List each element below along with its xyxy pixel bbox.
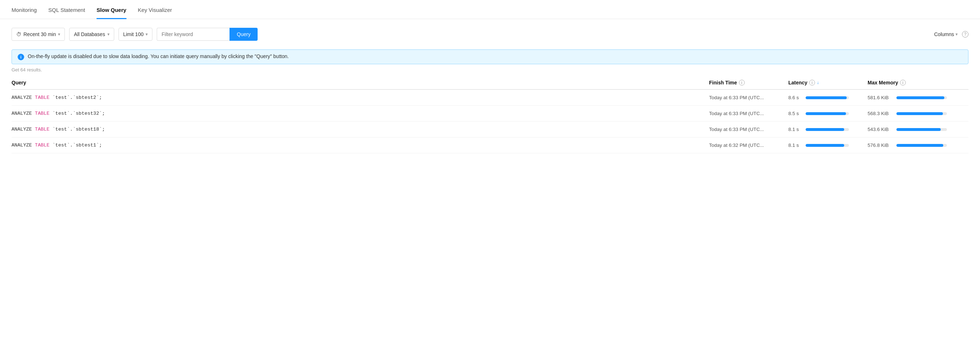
tab-key-visualizer[interactable]: Key Visualizer [138,0,172,19]
help-icon[interactable]: ? [962,31,969,38]
database-filter[interactable]: All Databases ▾ [69,28,114,41]
cell-finish-time-0: Today at 6:33 PM (UTC... [709,95,788,100]
info-banner: i On-the-fly update is disabled due to s… [11,50,969,64]
col-finish-time: Finish Time i [709,80,788,85]
tab-slow-query[interactable]: Slow Query [97,0,126,19]
kw-table: TABLE [35,142,50,148]
cell-latency-3: 8.1 s [788,142,868,148]
table-row[interactable]: ANALYZE TABLE `test`.`sbtest1`; Today at… [11,138,969,154]
main-content: ⏱ Recent 30 min ▾ All Databases ▾ Limit … [0,19,980,162]
cell-latency-2: 8.1 s [788,126,868,132]
kw-analyze: ANALYZE [11,142,35,148]
table-row[interactable]: ANALYZE TABLE `test`.`sbtest18`; Today a… [11,122,969,138]
cell-query-2: ANALYZE TABLE `test`.`sbtest18`; [11,126,709,132]
latency-sort-icon[interactable]: ↓ [817,80,819,85]
latency-bar-fill-3 [806,144,844,147]
cell-latency-1: 8.5 s [788,111,868,116]
cell-latency-0: 8.6 s [788,95,868,100]
memory-bar-fill-3 [896,144,943,147]
latency-value-2: 8.1 s [788,126,802,132]
cell-query-0: ANALYZE TABLE `test`.`sbtest2`; [11,95,709,100]
database-filter-label: All Databases [74,31,105,37]
query-button[interactable]: Query [229,28,258,41]
keyword-input[interactable] [157,28,229,41]
time-filter-label: Recent 30 min [24,31,56,37]
cell-finish-time-3: Today at 6:32 PM (UTC... [709,142,788,148]
memory-bar-bg-0 [896,96,947,99]
col-query: Query [11,80,709,85]
kw-name: `test`.`sbtest32`; [49,111,105,116]
clock-icon: ⏱ [16,31,21,37]
table-header: Query Finish Time i Latency i ↓ Max Memo… [11,80,969,90]
kw-name: `test`.`sbtest2`; [49,95,102,100]
tab-sql-statement[interactable]: SQL Statement [48,0,85,19]
kw-analyze: ANALYZE [11,126,35,132]
cell-finish-time-2: Today at 6:33 PM (UTC... [709,126,788,132]
kw-name: `test`.`sbtest18`; [49,126,105,132]
latency-value-3: 8.1 s [788,142,802,148]
memory-bar-fill-1 [896,112,943,115]
latency-bar-bg-1 [806,112,849,115]
latency-value-1: 8.5 s [788,111,802,116]
banner-text: On-the-fly update is disabled due to slo… [28,53,289,59]
memory-value-2: 543.6 KiB [868,126,893,132]
keyword-filter-wrap: Query [157,28,258,41]
time-filter[interactable]: ⏱ Recent 30 min ▾ [11,28,65,41]
kw-table: TABLE [35,126,50,132]
tab-bar: Monitoring SQL Statement Slow Query Key … [0,0,980,19]
table-row[interactable]: ANALYZE TABLE `test`.`sbtest2`; Today at… [11,90,969,106]
latency-bar-fill-1 [806,112,846,115]
cell-memory-3: 576.8 KiB [868,142,969,148]
kw-name: `test`.`sbtest1`; [49,142,102,148]
cell-memory-2: 543.6 KiB [868,126,969,132]
latency-bar-bg-3 [806,144,849,147]
kw-analyze: ANALYZE [11,111,35,116]
columns-arrow: ▾ [956,32,958,37]
cell-finish-time-1: Today at 6:33 PM (UTC... [709,111,788,116]
database-filter-arrow: ▾ [107,32,110,37]
latency-bar-fill-0 [806,96,847,99]
results-count: Get 64 results. [11,67,969,72]
memory-value-1: 568.3 KiB [868,111,893,116]
memory-value-0: 581.6 KiB [868,95,893,100]
memory-bar-bg-1 [896,112,947,115]
tab-monitoring[interactable]: Monitoring [11,0,37,19]
kw-table: TABLE [35,111,50,116]
kw-table: TABLE [35,95,50,100]
limit-filter-arrow: ▾ [146,32,148,37]
kw-analyze: ANALYZE [11,95,35,100]
memory-bar-fill-2 [896,128,941,131]
memory-bar-bg-2 [896,128,947,131]
col-latency: Latency i ↓ [788,80,868,85]
latency-bar-bg-2 [806,128,849,131]
latency-bar-fill-2 [806,128,844,131]
table-body: ANALYZE TABLE `test`.`sbtest2`; Today at… [11,90,969,154]
max-memory-info-icon[interactable]: i [900,80,906,85]
cell-memory-0: 581.6 KiB [868,95,969,100]
results-table: Query Finish Time i Latency i ↓ Max Memo… [11,80,969,154]
limit-filter-label: Limit 100 [123,31,144,37]
latency-value-0: 8.6 s [788,95,802,100]
cell-memory-1: 568.3 KiB [868,111,969,116]
latency-info-icon[interactable]: i [809,80,815,85]
memory-bar-fill-0 [896,96,944,99]
filter-bar: ⏱ Recent 30 min ▾ All Databases ▾ Limit … [11,28,969,41]
info-circle-icon: i [18,54,24,60]
col-max-memory: Max Memory i [868,80,969,85]
columns-button[interactable]: Columns ▾ [934,31,958,37]
cell-query-3: ANALYZE TABLE `test`.`sbtest1`; [11,142,709,148]
latency-bar-bg-0 [806,96,849,99]
cell-query-1: ANALYZE TABLE `test`.`sbtest32`; [11,111,709,116]
memory-bar-bg-3 [896,144,947,147]
memory-value-3: 576.8 KiB [868,142,893,148]
columns-label: Columns [934,31,954,37]
finish-time-info-icon[interactable]: i [739,80,745,85]
time-filter-arrow: ▾ [58,32,60,37]
table-row[interactable]: ANALYZE TABLE `test`.`sbtest32`; Today a… [11,106,969,122]
limit-filter[interactable]: Limit 100 ▾ [119,28,153,41]
